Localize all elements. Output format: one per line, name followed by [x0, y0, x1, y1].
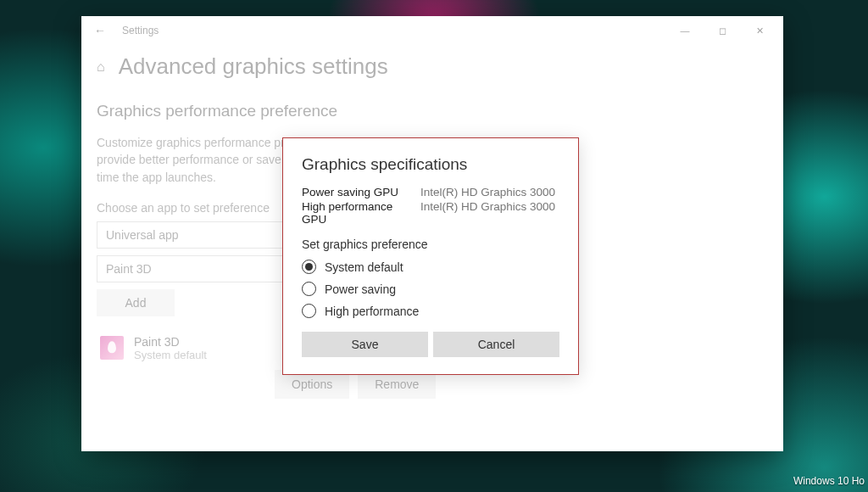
watermark-line1: Windows 10 Ho: [793, 475, 865, 489]
dialog-title: Graphics specifications: [302, 155, 559, 174]
radio-icon: [302, 260, 316, 274]
settings-window: ← Settings ― ◻ ✕ ⌂ Advanced graphics set…: [81, 16, 783, 451]
radio-icon: [302, 304, 316, 318]
spec-label: Power saving GPU: [302, 186, 420, 198]
spec-value: Intel(R) HD Graphics 3000: [420, 186, 555, 198]
radio-high-performance[interactable]: High performance: [302, 304, 559, 318]
dialog-buttons: Save Cancel: [302, 332, 559, 357]
spec-row-high-performance: High performance GPU Intel(R) HD Graphic…: [302, 200, 559, 226]
radio-icon: [302, 282, 316, 296]
spec-label: High performance GPU: [302, 200, 420, 226]
radio-label: Power saving: [325, 282, 396, 296]
radio-system-default[interactable]: System default: [302, 260, 559, 274]
spec-value: Intel(R) HD Graphics 3000: [420, 200, 555, 226]
cancel-button[interactable]: Cancel: [433, 332, 559, 357]
spec-row-power-saving: Power saving GPU Intel(R) HD Graphics 30…: [302, 186, 559, 198]
radio-label: High performance: [325, 305, 419, 318]
radio-label: System default: [325, 260, 403, 274]
save-button[interactable]: Save: [302, 332, 428, 357]
graphics-specifications-dialog: Graphics specifications Power saving GPU…: [282, 137, 579, 375]
radio-power-saving[interactable]: Power saving: [302, 282, 559, 296]
set-preference-label: Set graphics preference: [302, 238, 559, 251]
windows-watermark: Windows 10 Ho: [793, 475, 865, 489]
